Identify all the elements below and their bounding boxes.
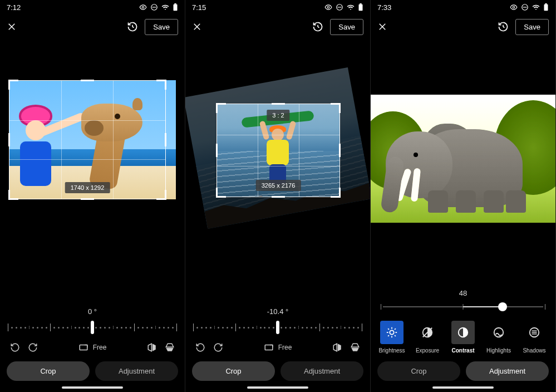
adjustment-control: 48 (371, 289, 555, 318)
screen-adjustment: 7:33 Save (371, 0, 556, 392)
eye-icon (324, 3, 332, 11)
adjustment-items: Brightness Exposure Contrast Highlights … (371, 318, 555, 358)
photo-preview (9, 80, 176, 199)
close-icon (377, 22, 387, 32)
home-indicator[interactable] (247, 386, 308, 389)
adjustment-slider[interactable] (381, 301, 545, 313)
close-icon (192, 22, 202, 32)
close-button[interactable] (7, 22, 17, 32)
rotate-cw-button[interactable] (213, 342, 223, 352)
svg-line-34 (388, 329, 389, 330)
adjust-brightness[interactable]: Brightness (375, 321, 409, 354)
svg-point-29 (390, 330, 393, 334)
rotation-ruler[interactable] (8, 319, 177, 336)
flip-h-icon (332, 342, 342, 352)
status-icons (139, 3, 178, 11)
undo-history-button[interactable] (127, 21, 138, 32)
tab-adjustment[interactable]: Adjustment (466, 361, 549, 381)
aspect-label: Free (278, 344, 292, 351)
eye-icon (510, 3, 518, 11)
rotation-ruler[interactable] (193, 319, 362, 336)
rotation-thumb[interactable] (91, 321, 94, 334)
svg-rect-14 (360, 3, 362, 4)
brightness-icon (386, 326, 398, 339)
flip-horizontal-button[interactable] (332, 342, 342, 352)
home-indicator[interactable] (62, 386, 123, 389)
rotate-ccw-button[interactable] (195, 342, 205, 352)
rotate-cw-icon (28, 342, 38, 352)
tab-adjustment[interactable]: Adjustment (281, 361, 363, 381)
tab-crop[interactable]: Crop (192, 361, 275, 381)
adjust-label: Exposure (416, 347, 439, 354)
rotate-ccw-button[interactable] (10, 342, 20, 352)
svg-line-35 (395, 335, 396, 336)
adjust-exposure[interactable]: Exposure (411, 321, 444, 354)
dnd-icon (336, 3, 343, 11)
svg-rect-23 (544, 4, 548, 11)
photo-preview (217, 104, 340, 197)
battery-icon (173, 3, 178, 11)
aspect-ratio-button[interactable]: Free (78, 342, 107, 352)
aspect-ratio-button[interactable]: Free (264, 342, 292, 352)
svg-rect-24 (545, 3, 547, 4)
svg-point-40 (494, 328, 504, 337)
app-bar: Save (0, 14, 185, 39)
eye-icon (139, 3, 147, 11)
rotate-ccw-icon (195, 342, 205, 352)
tab-crop[interactable]: Crop (377, 361, 460, 381)
slider-thumb[interactable] (498, 302, 507, 311)
aspect-label: Free (93, 344, 107, 351)
status-time: 7:15 (192, 3, 206, 12)
undo-history-button[interactable] (312, 21, 323, 32)
svg-point-0 (142, 6, 144, 8)
status-bar: 7:15 (185, 0, 370, 14)
history-icon (312, 21, 323, 32)
edit-canvas[interactable] (371, 39, 555, 289)
wifi-icon (161, 3, 169, 11)
svg-rect-3 (174, 4, 178, 11)
flip-vertical-button[interactable] (165, 342, 175, 352)
wifi-icon (347, 3, 355, 11)
close-button[interactable] (377, 22, 387, 32)
crop-tool-row: Free (0, 339, 185, 358)
rotation-value: 0 ° (0, 307, 185, 316)
battery-icon (358, 3, 363, 11)
status-icons (324, 3, 363, 11)
rotate-cw-button[interactable] (28, 342, 38, 352)
svg-line-37 (395, 329, 396, 330)
edit-canvas[interactable]: 3 : 2 3265 x 2176 (185, 39, 370, 307)
adjust-label: Contrast (451, 347, 474, 354)
tab-adjustment[interactable]: Adjustment (95, 361, 178, 381)
aspect-icon (264, 342, 274, 352)
edit-canvas[interactable]: 1740 x 1292 (0, 39, 185, 307)
svg-point-10 (327, 6, 329, 8)
svg-point-20 (513, 6, 515, 8)
photo-preview (371, 95, 555, 223)
dnd-icon (521, 3, 529, 11)
shadows-icon (528, 326, 540, 339)
save-button[interactable]: Save (330, 19, 363, 35)
close-button[interactable] (192, 22, 202, 32)
home-indicator[interactable] (432, 386, 494, 389)
rotation-thumb[interactable] (276, 321, 279, 334)
adjust-contrast[interactable]: Contrast (446, 321, 480, 354)
exposure-icon (421, 326, 434, 339)
rotation-control: 0 ° (0, 307, 185, 339)
rotate-cw-icon (213, 342, 223, 352)
mode-tabs: Crop Adjustment (0, 358, 185, 385)
adjust-shadows[interactable]: Shadows (518, 321, 551, 354)
status-time: 7:33 (377, 3, 391, 12)
save-button[interactable]: Save (515, 19, 549, 35)
screen-crop-rotated: 7:15 Save (185, 0, 371, 392)
svg-line-28 (503, 27, 505, 28)
flip-vertical-button[interactable] (350, 342, 360, 352)
battery-icon (543, 3, 549, 11)
adjust-highlights[interactable]: Highlights (482, 321, 515, 354)
adjustment-value: 48 (371, 289, 555, 297)
flip-horizontal-button[interactable] (147, 342, 157, 352)
svg-line-8 (132, 27, 134, 28)
tab-crop[interactable]: Crop (7, 361, 90, 381)
history-icon (498, 21, 509, 32)
undo-history-button[interactable] (498, 21, 509, 32)
save-button[interactable]: Save (145, 19, 178, 35)
